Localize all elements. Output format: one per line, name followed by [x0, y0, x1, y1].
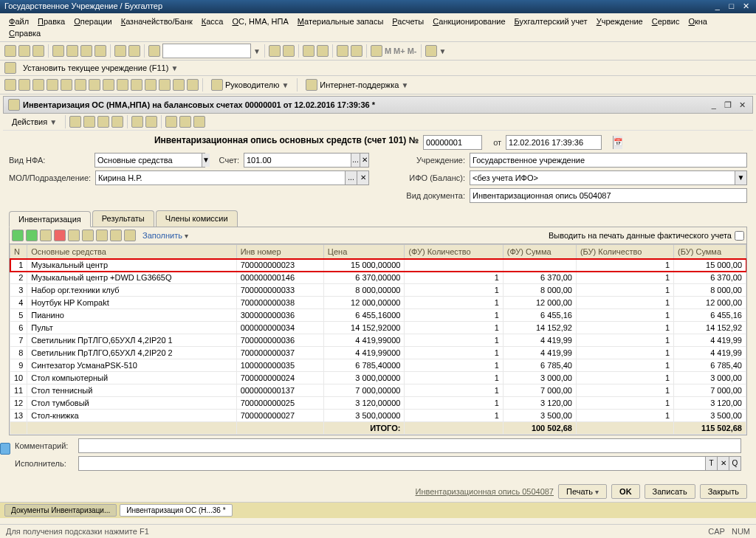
search-input[interactable]: [162, 44, 251, 58]
doctype-input[interactable]: [470, 189, 746, 202]
table-row[interactable]: 10Стол компьютерный7000000000243 000,000…: [10, 372, 746, 384]
maximize-button[interactable]: □: [726, 1, 738, 10]
table-row[interactable]: 1Музыкальный центр70000000002315 000,000…: [10, 259, 746, 272]
table-row[interactable]: 13Стол-книжка7000000000273 500,0000013 5…: [10, 410, 746, 422]
menu-Касса[interactable]: Касса: [197, 15, 228, 27]
doc-restore-button[interactable]: ❐: [722, 100, 734, 110]
actions-button[interactable]: Действия ▼: [7, 116, 61, 128]
table-row[interactable]: 3Набор орг.техники клуб7000000000338 000…: [10, 284, 746, 297]
r2-icon[interactable]: [18, 79, 30, 91]
a8-icon[interactable]: [179, 116, 191, 128]
tt1-icon[interactable]: [68, 230, 80, 241]
r3-icon[interactable]: [32, 79, 44, 91]
dropdown-icon[interactable]: ▼: [253, 47, 261, 55]
menu-Казначейство/Банк[interactable]: Казначейство/Банк: [117, 15, 197, 27]
tools-icon[interactable]: [425, 45, 437, 57]
table-row[interactable]: 11Стол теннисный0000000001377 000,000001…: [10, 384, 746, 397]
tab-1[interactable]: Результаты: [92, 210, 154, 227]
r9-icon[interactable]: [117, 79, 128, 91]
menu-ОС, НМА, НПА[interactable]: ОС, НМА, НПА: [227, 15, 292, 27]
a7-icon[interactable]: [165, 116, 177, 128]
manager-button[interactable]: Руководителю ▼: [207, 77, 293, 92]
table-row[interactable]: 8Светильник ПрТЛГО,65УХЛ 4,2IР20 2700000…: [10, 347, 746, 359]
col-3[interactable]: Цена: [323, 245, 405, 259]
doc-minimize-button[interactable]: _: [708, 100, 720, 109]
menu-Правка[interactable]: Правка: [33, 15, 69, 27]
a4-icon[interactable]: [111, 116, 123, 128]
col-6[interactable]: (БУ) Количество: [576, 245, 673, 259]
sort-az-icon[interactable]: [110, 230, 122, 241]
support-button[interactable]: Интернет-поддержка ▼: [301, 77, 413, 92]
menu-Файл[interactable]: Файл: [4, 15, 33, 27]
help-icon[interactable]: [193, 116, 205, 128]
r1-icon[interactable]: [4, 79, 16, 91]
doc-date-input[interactable]: [506, 136, 613, 149]
save-icon[interactable]: [32, 45, 44, 57]
down-icon[interactable]: [96, 230, 108, 241]
tab-2[interactable]: Члены комиссии: [156, 210, 238, 227]
close-button[interactable]: Закрыть: [700, 484, 747, 499]
account-input[interactable]: [244, 154, 351, 167]
a5-icon[interactable]: [131, 116, 143, 128]
x-clear-button[interactable]: ✕: [717, 457, 729, 470]
table-row[interactable]: 7Светильник ПрТЛГО,65УХЛ 4,2IР20 1700000…: [10, 334, 746, 347]
r8-icon[interactable]: [103, 79, 114, 91]
menu-Сервис[interactable]: Сервис: [647, 15, 684, 27]
ok-button[interactable]: OK: [611, 484, 640, 499]
menu-Справка[interactable]: Справка: [4, 27, 45, 39]
doc-template-link[interactable]: Инвентаризационная опись 0504087: [415, 487, 554, 496]
menu-Бухгалтерский учет[interactable]: Бухгалтерский учет: [510, 15, 592, 27]
col-1[interactable]: Основные средства: [27, 245, 236, 259]
r11-icon[interactable]: [145, 79, 157, 91]
undo-icon[interactable]: [114, 45, 126, 57]
col-7[interactable]: (БУ) Сумма: [674, 245, 746, 259]
nfa-combo[interactable]: [95, 154, 202, 167]
menu-Окна[interactable]: Окна: [684, 15, 712, 27]
fill-button[interactable]: Заполнить ▾: [138, 230, 193, 241]
menu-Операции[interactable]: Операции: [69, 15, 116, 27]
t2-icon[interactable]: [269, 45, 281, 57]
print-check[interactable]: [735, 231, 744, 241]
a1-icon[interactable]: [69, 116, 81, 128]
r7-icon[interactable]: [89, 79, 100, 91]
t3-icon[interactable]: [283, 45, 295, 57]
col-4[interactable]: (ФУ) Количество: [405, 245, 503, 259]
menu-Материальные запасы[interactable]: Материальные запасы: [293, 15, 388, 27]
calendar-icon[interactable]: 📅: [613, 136, 622, 149]
print-button[interactable]: Печать ▾: [558, 484, 607, 499]
a3-icon[interactable]: [97, 116, 109, 128]
menu-Санкционирование[interactable]: Санкционирование: [428, 15, 509, 27]
doctab-0[interactable]: Документы Инвентаризаци...: [4, 504, 117, 517]
new-icon[interactable]: [4, 45, 16, 57]
calc-icon[interactable]: [337, 45, 348, 57]
save-button[interactable]: Записать: [645, 484, 695, 499]
add-icon[interactable]: [12, 230, 24, 241]
table-row[interactable]: 4Ноутбук HP Kompakt70000000003812 000,00…: [10, 297, 746, 309]
doc-close-button[interactable]: ✕: [736, 100, 748, 110]
r13-icon[interactable]: [173, 79, 185, 91]
r10-icon[interactable]: [131, 79, 142, 91]
a6-icon[interactable]: [145, 116, 157, 128]
m-button[interactable]: M: [385, 46, 391, 55]
minimize-button[interactable]: _: [712, 1, 724, 10]
mplus-button[interactable]: M+: [394, 46, 405, 55]
open-icon[interactable]: [18, 45, 30, 57]
col-5[interactable]: (ФУ) Сумма: [503, 245, 576, 259]
r12-icon[interactable]: [159, 79, 171, 91]
cal-icon[interactable]: [351, 45, 362, 57]
menu-Учреждение[interactable]: Учреждение: [592, 15, 647, 27]
t-button[interactable]: T: [705, 457, 717, 470]
table-row[interactable]: 5Пианино3000000000366 455,1600016 455,16…: [10, 309, 746, 322]
table-row[interactable]: 9Синтезатор УсманаPSK-5101000000000356 7…: [10, 359, 746, 372]
doc-icon[interactable]: [4, 62, 16, 74]
t5-icon[interactable]: [317, 45, 329, 57]
r14-icon[interactable]: [187, 79, 199, 91]
menu-Расчеты[interactable]: Расчеты: [388, 15, 428, 27]
executor-input[interactable]: [79, 457, 705, 470]
nav-tag[interactable]: [0, 443, 10, 455]
copy-icon[interactable]: [66, 45, 78, 57]
table-row[interactable]: 12Стол тумбовый7000000000253 120,0000013…: [10, 397, 746, 410]
ifo-combo[interactable]: [470, 171, 735, 184]
r6-icon[interactable]: [75, 79, 86, 91]
t4-icon[interactable]: [303, 45, 315, 57]
